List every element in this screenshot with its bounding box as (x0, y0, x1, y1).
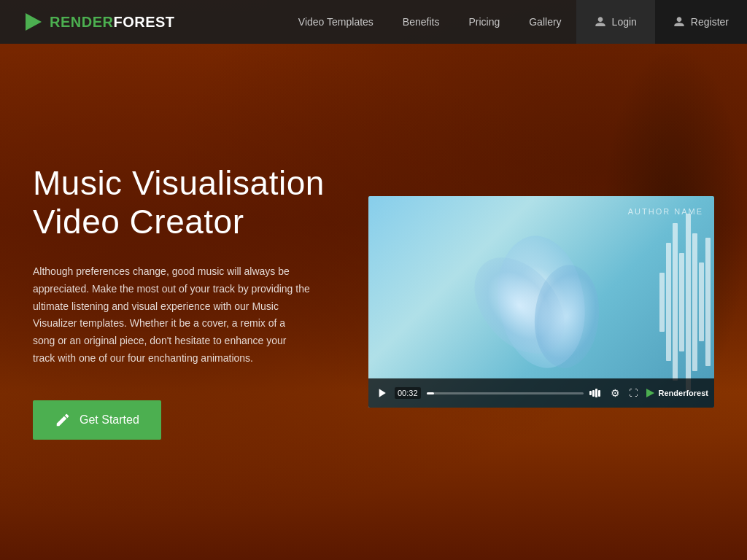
hero-text: Music Visualisation Video Creator Althou… (33, 164, 339, 440)
fullscreen-button[interactable]: ⛶ (627, 387, 639, 399)
logo-text: RENDERFOREST (50, 14, 175, 31)
logo[interactable]: RENDERFOREST (0, 11, 197, 33)
wave-bar (666, 243, 671, 361)
wave-bar (692, 233, 697, 371)
nav-pricing[interactable]: Pricing (454, 0, 514, 44)
edit-icon (55, 412, 71, 428)
progress-bar[interactable] (427, 392, 584, 394)
login-icon (595, 16, 606, 28)
svg-marker-0 (26, 13, 42, 31)
wave-bar (673, 223, 678, 381)
settings-button[interactable]: ⚙ (610, 387, 622, 399)
svg-marker-1 (646, 389, 654, 397)
video-player[interactable]: AUTHOR NAME 00:32 (368, 196, 714, 408)
nav-benefits[interactable]: Benefits (388, 0, 454, 44)
brand-watermark: Renderforest (645, 388, 708, 398)
hero-content: Music Visualisation Video Creator Althou… (0, 44, 747, 560)
author-name: AUTHOR NAME (628, 207, 703, 216)
wave-bar (699, 262, 704, 341)
hero-section: RENDERFOREST Video Templates Benefits Pr… (0, 0, 747, 560)
wave-bar (686, 214, 691, 391)
nav-gallery[interactable]: Gallery (514, 0, 576, 44)
bird-visualization (468, 229, 614, 375)
hero-description: Although preferences change, good music … (33, 263, 310, 368)
register-button[interactable]: Register (655, 0, 747, 44)
logo-icon (22, 11, 44, 33)
register-icon (673, 16, 685, 28)
nav-video-templates[interactable]: Video Templates (284, 0, 388, 44)
wave-bar (705, 238, 711, 366)
video-container: AUTHOR NAME 00:32 (368, 196, 714, 408)
nav-links: Video Templates Benefits Pricing Gallery (284, 0, 576, 44)
brand-logo-icon (645, 388, 655, 398)
page-title: Music Visualisation Video Creator (33, 164, 339, 241)
progress-fill (427, 392, 435, 394)
volume-icon[interactable] (589, 388, 604, 398)
time-display: 00:32 (395, 387, 421, 399)
waveform (656, 196, 714, 408)
navbar: RENDERFOREST Video Templates Benefits Pr… (0, 0, 747, 44)
video-controls: 00:32 ⚙ ⛶ (368, 378, 714, 408)
brand-name: Renderforest (659, 389, 708, 397)
login-button[interactable]: Login (576, 0, 655, 44)
play-button[interactable] (374, 386, 389, 400)
wave-bar (659, 273, 665, 332)
wave-bar (679, 253, 684, 351)
nav-auth: Login Register (576, 0, 747, 44)
get-started-button[interactable]: Get Started (33, 400, 161, 440)
